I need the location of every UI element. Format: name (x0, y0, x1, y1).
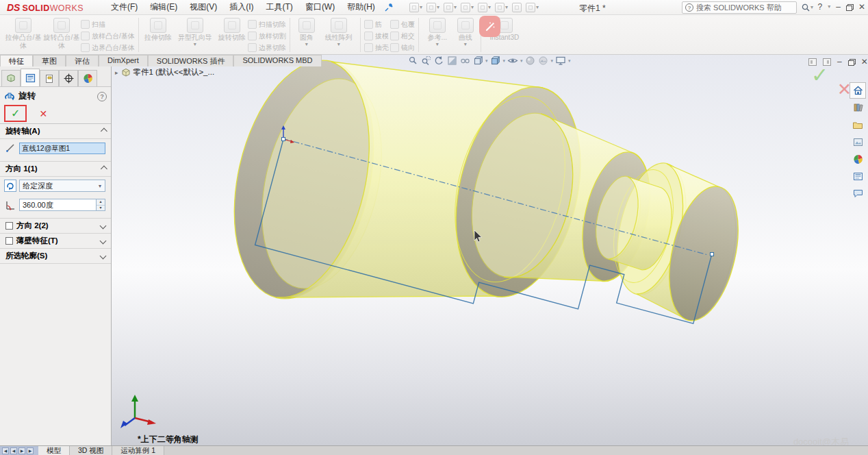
help-button[interactable]: ? (818, 1, 823, 12)
view-orientation-icon[interactable] (472, 56, 483, 66)
home-button[interactable] (850, 82, 866, 99)
dimxpert-manager-tab[interactable] (59, 70, 78, 86)
shell-button[interactable]: 抽壳 (364, 42, 389, 53)
doc-close-button[interactable]: ✕ (861, 56, 868, 67)
angle-spinbox[interactable]: 360.00度 ▴ ▾ (19, 199, 105, 211)
view-settings-icon[interactable] (555, 56, 566, 66)
search-dropdown-arrow[interactable]: ▾ (810, 5, 813, 10)
collapse-chevron-icon[interactable] (101, 128, 107, 135)
axis-selection-input[interactable]: 直线12@草图1 (19, 143, 105, 154)
display-style-arrow[interactable]: ▾ (503, 58, 506, 64)
menu-tools[interactable]: 工具(T) (261, 0, 298, 14)
curves-button[interactable]: 曲线 ▾ (452, 17, 478, 47)
extruded-cut-button[interactable]: 拉伸切除 (142, 17, 174, 42)
nav-prev-button[interactable]: ◀ (10, 447, 17, 454)
display-style-icon[interactable] (490, 56, 501, 66)
close-button[interactable]: ✕ (858, 1, 865, 12)
lofted-boss-button[interactable]: 放样凸台/基体 (81, 30, 135, 42)
tree-expand-caret[interactable]: ▸ (115, 69, 118, 76)
nav-last-button[interactable]: ▶ (27, 447, 34, 454)
sketch-handle-end[interactable] (711, 253, 714, 256)
tab-features[interactable]: 特征 (0, 55, 33, 66)
collapse-chevron-icon[interactable] (101, 166, 107, 173)
pin-menu-icon[interactable] (383, 2, 396, 13)
model-tab[interactable]: 模型 (38, 446, 70, 455)
revolve-preview-model[interactable] (112, 55, 868, 445)
extruded-boss-button[interactable]: 拉伸凸台/基体 (4, 17, 42, 50)
zoom-area-icon[interactable] (420, 56, 431, 66)
configuration-manager-tab[interactable] (40, 70, 59, 86)
swept-boss-button[interactable]: 扫描 (81, 19, 135, 30)
tab-solidworks-addins[interactable]: SOLIDWORKS 插件 (148, 55, 234, 66)
boundary-boss-button[interactable]: 边界凸台/基体 (81, 42, 135, 53)
menu-insert[interactable]: 插入(I) (224, 0, 259, 14)
revolved-boss-button[interactable]: 旋转凸台/基体 (42, 17, 81, 50)
thin-feature-section-header[interactable]: 薄壁特征(T) (0, 234, 111, 249)
selected-contours-section-header[interactable]: 所选轮廓(S) (0, 249, 111, 264)
expand-chevron-icon[interactable] (100, 223, 107, 230)
menu-help[interactable]: 帮助(H) (342, 0, 381, 14)
graphics-area[interactable]: ▾ ▾ ▾ ▾ ▾ ▸ 零件1 (默认<<默认>_... – (112, 55, 868, 445)
help-dropdown-arrow[interactable]: ▾ (828, 4, 830, 10)
print-button[interactable]: ▾ (459, 2, 475, 13)
display-manager-tab[interactable] (78, 70, 97, 86)
dropdown-arrow-icon[interactable]: ▾ (95, 183, 105, 189)
menu-view[interactable]: 视图(V) (184, 0, 222, 14)
thin-feature-checkbox[interactable] (5, 237, 13, 245)
edit-appearance-icon[interactable] (525, 56, 536, 66)
custom-properties-button[interactable] (850, 168, 866, 184)
hole-wizard-button[interactable]: 异型孔向导 ▾ (174, 17, 216, 47)
file-explorer-button[interactable] (850, 116, 866, 133)
search-icon[interactable] (801, 3, 810, 12)
view-orientation-arrow[interactable]: ▾ (485, 58, 488, 64)
mirror-button[interactable]: 镜向 (390, 42, 415, 53)
design-library-button[interactable] (850, 99, 866, 116)
doc-minimize-button[interactable]: – (837, 56, 842, 67)
undo-button[interactable]: ▾ (476, 2, 492, 13)
appearances-button[interactable] (850, 151, 866, 167)
save-button[interactable]: ▾ (442, 2, 458, 13)
sketch-handle-origin[interactable] (282, 138, 285, 141)
intersect-button[interactable]: 相交 (390, 30, 415, 42)
menu-file[interactable]: 文件(F) (105, 0, 143, 14)
wrap-button[interactable]: 包覆 (390, 19, 415, 30)
rebuild-button[interactable] (511, 2, 523, 13)
search-input[interactable]: ? 搜索 SOLIDWORKS 帮助 (682, 1, 797, 14)
screen-recorder-overlay-icon[interactable] (479, 16, 500, 37)
hide-show-items-arrow[interactable]: ▾ (520, 58, 523, 64)
options-button[interactable]: ▾ (524, 2, 540, 13)
pm-help-icon[interactable]: ? (97, 92, 107, 101)
open-document-button[interactable]: ▾ (425, 2, 441, 13)
doc-restore-button[interactable] (848, 59, 855, 65)
direction2-section-header[interactable]: 方向 2(2) (0, 219, 111, 234)
restore-button[interactable] (846, 4, 853, 10)
flyout-feature-tree[interactable]: ▸ 零件1 (默认<<默认>_... (115, 67, 214, 77)
spin-down-icon[interactable]: ▾ (97, 205, 105, 211)
apply-scene-icon[interactable] (538, 56, 549, 66)
zoom-fit-icon[interactable] (407, 56, 418, 66)
feature-manager-tab[interactable] (1, 70, 21, 86)
motion-study-tab[interactable]: 运动算例 1 (112, 446, 164, 455)
tab-dimxpert[interactable]: DimXpert (99, 55, 148, 66)
direction2-checkbox[interactable] (5, 222, 13, 230)
property-manager-tab[interactable] (21, 69, 40, 86)
nav-next-button[interactable]: ▶ (18, 447, 25, 454)
lofted-cut-button[interactable]: 放样切割 (248, 30, 286, 42)
nav-first-button[interactable]: ◀ (2, 447, 9, 454)
solidworks-forum-button[interactable] (850, 185, 866, 201)
direction1-section-header[interactable]: 方向 1(1) (0, 162, 111, 177)
ok-button[interactable]: ✓ (11, 108, 20, 119)
3d-views-tab[interactable]: 3D 视图 (70, 446, 112, 455)
swept-cut-button[interactable]: 扫描切除 (248, 19, 286, 30)
tab-evaluate[interactable]: 评估 (66, 55, 99, 66)
linear-pattern-button[interactable]: 线性阵列 ▾ (320, 17, 358, 47)
revolved-cut-button[interactable]: 旋转切除 (216, 17, 248, 42)
minimize-button[interactable]: – (836, 1, 841, 12)
cancel-button[interactable]: ✕ (39, 108, 47, 119)
expand-chevron-icon[interactable] (100, 253, 107, 260)
new-document-button[interactable]: ▾ (408, 2, 424, 13)
rib-button[interactable]: 筋 (364, 19, 389, 30)
spin-up-icon[interactable]: ▴ (97, 199, 105, 205)
menu-window[interactable]: 窗口(W) (300, 0, 340, 14)
previous-view-icon[interactable] (433, 56, 444, 66)
